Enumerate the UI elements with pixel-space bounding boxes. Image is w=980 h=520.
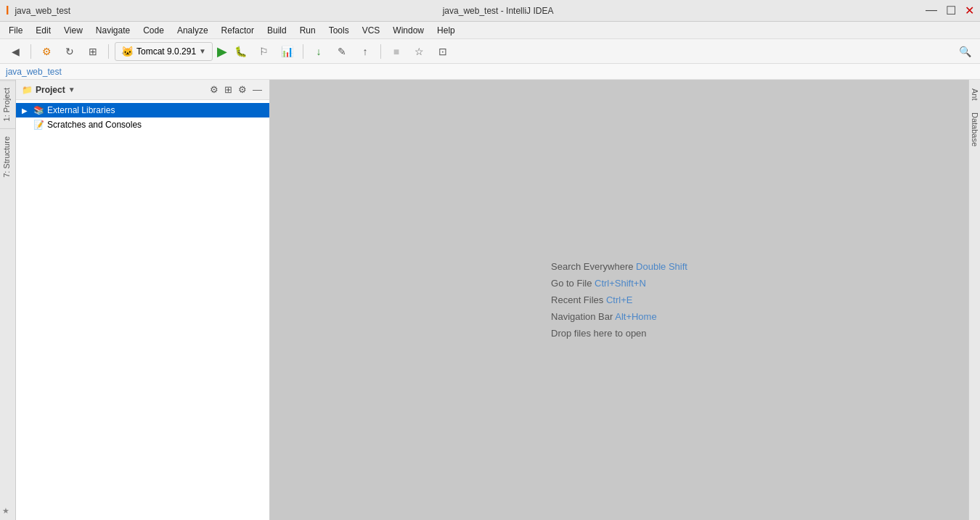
menu-vcs[interactable]: VCS bbox=[356, 24, 386, 37]
config-dropdown-icon: ▼ bbox=[199, 47, 206, 55]
toolbar: ◀ ⚙ ↻ ⊞ 🐱 Tomcat 9.0.291 ▼ ▶ 🐛 ⚐ 📊 ↓ ✎ ↑… bbox=[0, 39, 980, 64]
main-area: 1: Project 7: Structure ★ 📁 Project ▼ ⚙ … bbox=[0, 80, 980, 520]
sidebar-tab-project[interactable]: 1: Project bbox=[0, 80, 15, 128]
menu-refactor[interactable]: Refactor bbox=[216, 24, 260, 37]
menu-view[interactable]: View bbox=[58, 24, 89, 37]
menu-bar: File Edit View Navigate Code Analyze Ref… bbox=[0, 22, 980, 39]
hint-goto-file: Go to File Ctrl+Shift+N bbox=[551, 278, 687, 289]
vcs-push-button[interactable]: ↑ bbox=[356, 42, 375, 61]
hint-gotofile-label: Go to File bbox=[551, 278, 595, 289]
hint-drop-label: Drop files here to open bbox=[551, 328, 647, 339]
menu-run[interactable]: Run bbox=[294, 24, 322, 37]
stop-button[interactable]: ■ bbox=[387, 42, 406, 61]
hint-drop-files: Drop files here to open bbox=[551, 328, 687, 339]
menu-file[interactable]: File bbox=[3, 24, 28, 37]
hint-search-key: Double Shift bbox=[636, 261, 687, 272]
project-panel-title: 📁 Project ▼ bbox=[22, 85, 75, 95]
sidebar-tab-ant[interactable]: Ant bbox=[969, 83, 981, 107]
project-close-icon[interactable]: — bbox=[251, 83, 264, 96]
hint-navbar-label: Navigation Bar bbox=[551, 311, 615, 322]
title-bar: I java_web_test java_web_test - IntelliJ… bbox=[0, 0, 980, 22]
hint-navbar-key: Alt+Home bbox=[615, 311, 656, 322]
hint-recent-files: Recent Files Ctrl+E bbox=[551, 294, 687, 305]
tomcat-icon: 🐱 bbox=[121, 46, 134, 57]
hint-recent-key: Ctrl+E bbox=[606, 294, 632, 305]
hint-search: Search Everywhere Double Shift bbox=[551, 261, 687, 272]
bookmark-button[interactable]: ☆ bbox=[410, 42, 429, 61]
debug-button[interactable]: 🐛 bbox=[232, 42, 250, 61]
project-panel: 📁 Project ▼ ⚙ ⊞ ⚙ — ▶ 📚 External Librari… bbox=[16, 80, 270, 520]
toolbar-separator-2 bbox=[108, 44, 109, 59]
hint-gotofile-key: Ctrl+Shift+N bbox=[595, 278, 646, 289]
project-gear-icon[interactable]: ⚙ bbox=[237, 83, 248, 96]
menu-analyze[interactable]: Analyze bbox=[171, 24, 214, 37]
run-button[interactable]: ▶ bbox=[217, 44, 227, 59]
editor-hints: Search Everywhere Double Shift Go to Fil… bbox=[551, 255, 687, 344]
project-settings-icon[interactable]: ⚙ bbox=[208, 83, 220, 96]
vcs-update-button[interactable]: ↓ bbox=[309, 42, 328, 61]
coverage-button[interactable]: ⚐ bbox=[255, 42, 274, 61]
project-title-label: java_web_test bbox=[15, 6, 70, 16]
tree-arrow: ▶ bbox=[22, 107, 30, 115]
toolbar-separator-4 bbox=[380, 44, 381, 59]
folder-icon: 📁 bbox=[22, 85, 33, 95]
project-tree: ▶ 📚 External Libraries 📝 Scratches and C… bbox=[16, 100, 269, 520]
sidebar-tab-database[interactable]: Database bbox=[969, 107, 981, 152]
search-everywhere-button[interactable]: 🔍 bbox=[955, 42, 974, 61]
project-dropdown-arrow[interactable]: ▼ bbox=[68, 86, 75, 94]
project-panel-header: 📁 Project ▼ ⚙ ⊞ ⚙ — bbox=[16, 80, 269, 100]
nav-project[interactable]: java_web_test bbox=[6, 67, 62, 77]
tomcat-label: Tomcat 9.0.291 bbox=[136, 46, 196, 57]
right-sidebar: Ant Database bbox=[968, 80, 980, 520]
run-config-selector[interactable]: 🐱 Tomcat 9.0.291 ▼ bbox=[115, 42, 213, 61]
vcs-commit-button[interactable]: ✎ bbox=[332, 42, 351, 61]
hint-search-label: Search Everywhere bbox=[551, 261, 636, 272]
app-icon: I bbox=[6, 4, 9, 17]
menu-window[interactable]: Window bbox=[387, 24, 430, 37]
back-button[interactable]: ◀ bbox=[6, 42, 25, 61]
project-layout-icon[interactable]: ⊞ bbox=[223, 83, 234, 96]
library-icon: 📚 bbox=[33, 105, 44, 115]
maximize-button[interactable]: ☐ bbox=[946, 4, 956, 17]
tree-item-label: External Libraries bbox=[47, 105, 115, 115]
sync-icon[interactable]: ↻ bbox=[60, 42, 79, 61]
toolbar-separator-1 bbox=[30, 44, 31, 59]
menu-navigate[interactable]: Navigate bbox=[90, 24, 136, 37]
menu-build[interactable]: Build bbox=[261, 24, 293, 37]
hint-nav-bar: Navigation Bar Alt+Home bbox=[551, 311, 687, 322]
window-controls: — ☐ ✕ bbox=[926, 4, 974, 17]
minimize-button[interactable]: — bbox=[926, 4, 937, 17]
nav-bar: java_web_test bbox=[0, 64, 980, 80]
layout-icon[interactable]: ⊞ bbox=[83, 42, 102, 61]
menu-code[interactable]: Code bbox=[137, 24, 170, 37]
project-panel-title-text: Project bbox=[36, 85, 65, 95]
window-title: java_web_test - IntelliJ IDEA bbox=[70, 6, 926, 16]
sidebar-tab-structure[interactable]: 7: Structure bbox=[0, 128, 15, 185]
left-sidebar-tabs: 1: Project 7: Structure ★ bbox=[0, 80, 16, 520]
tree-item-scratches[interactable]: 📝 Scratches and Consoles bbox=[16, 117, 269, 132]
tree-item-external-libraries[interactable]: ▶ 📚 External Libraries bbox=[16, 103, 269, 117]
build-icon[interactable]: ⚙ bbox=[37, 42, 56, 61]
hint-recent-label: Recent Files bbox=[551, 294, 606, 305]
title-bar-left: I java_web_test bbox=[6, 4, 70, 17]
menu-edit[interactable]: Edit bbox=[30, 24, 57, 37]
close-button[interactable]: ✕ bbox=[965, 4, 974, 17]
sidebar-expand-icon[interactable]: ★ bbox=[0, 502, 15, 520]
toolbar-separator-3 bbox=[303, 44, 303, 59]
scratches-icon: 📝 bbox=[33, 120, 44, 130]
project-header-icons: ⚙ ⊞ ⚙ — bbox=[208, 83, 264, 96]
editor-area: Search Everywhere Double Shift Go to Fil… bbox=[270, 80, 968, 520]
profile-button[interactable]: 📊 bbox=[278, 42, 297, 61]
tree-item-label-2: Scratches and Consoles bbox=[47, 120, 142, 130]
layout2-button[interactable]: ⊡ bbox=[433, 42, 452, 61]
menu-help[interactable]: Help bbox=[431, 24, 461, 37]
menu-tools[interactable]: Tools bbox=[323, 24, 355, 37]
